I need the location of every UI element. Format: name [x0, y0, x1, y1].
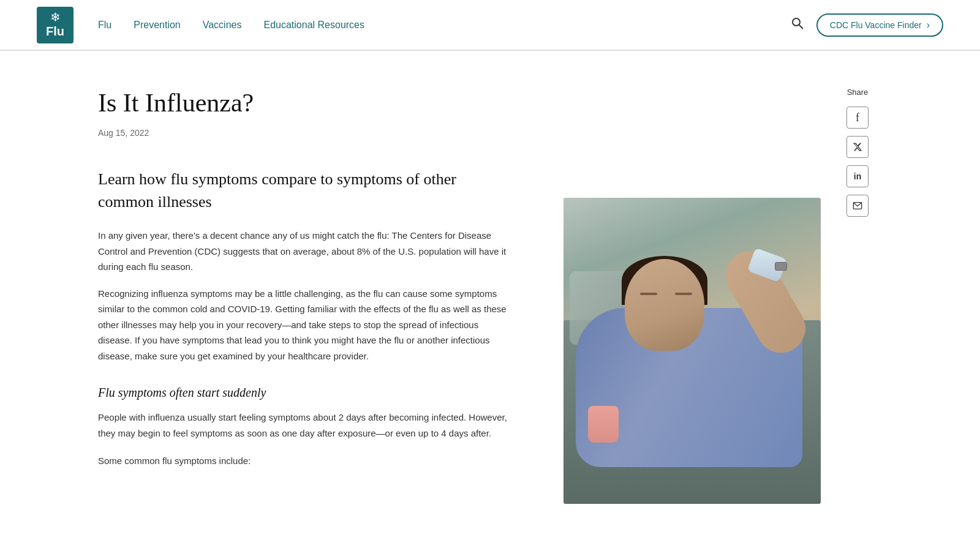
svg-point-0 [793, 18, 800, 26]
image-person-head [625, 259, 704, 351]
nav-item-prevention[interactable]: Prevention [134, 20, 181, 31]
cdc-button-arrow-icon: › [927, 20, 930, 31]
site-logo[interactable]: ❄ Flu [37, 7, 74, 43]
article-title: Is It Influenza? [98, 88, 527, 118]
image-person-illustration [564, 198, 821, 504]
svg-line-1 [799, 25, 803, 29]
image-eye-left [640, 293, 657, 295]
site-header: ❄ Flu Flu Prevention Vaccines Educationa… [0, 0, 980, 50]
article-paragraph-2: Recognizing influenza symptoms may be a … [98, 286, 514, 364]
nav-item-educational-resources[interactable]: Educational Resources [263, 20, 364, 31]
email-share-icon[interactable] [846, 195, 869, 217]
linkedin-icon-symbol: in [854, 171, 861, 181]
article-top-row: Learn how flu symptoms compare to sympto… [98, 168, 527, 466]
logo-snowflake-icon: ❄ [50, 11, 61, 23]
main-nav: Flu Prevention Vaccines Educational Reso… [98, 20, 364, 31]
article-subtitle: Learn how flu symptoms compare to sympto… [98, 168, 514, 213]
article-list-intro: Some common flu symptoms include: [98, 455, 527, 466]
image-watch [775, 262, 787, 271]
article-content: Is It Influenza? Aug 15, 2022 Learn how … [98, 88, 527, 504]
article-body-content: Learn how flu symptoms compare to sympto… [98, 168, 527, 466]
article-image [564, 198, 821, 504]
search-icon[interactable] [791, 17, 804, 33]
facebook-icon-symbol: f [856, 111, 859, 124]
article-paragraph-1: In any given year, there's a decent chan… [98, 228, 514, 275]
main-content: Is It Influenza? Aug 15, 2022 Learn how … [0, 51, 980, 541]
image-mug [588, 406, 619, 443]
email-icon-svg [853, 201, 862, 211]
image-eye-right [675, 293, 692, 295]
article-section-title: Flu symptoms often start suddenly [98, 386, 527, 400]
logo-label: Flu [46, 24, 64, 39]
linkedin-share-icon[interactable]: in [846, 165, 869, 187]
article-paragraph-3: People with influenza usually start feel… [98, 410, 514, 441]
facebook-share-icon[interactable]: f [846, 107, 869, 129]
header-actions: CDC Flu Vaccine Finder › [791, 13, 943, 37]
cdc-vaccine-finder-button[interactable]: CDC Flu Vaccine Finder › [816, 13, 943, 37]
twitter-share-icon[interactable] [846, 136, 869, 158]
article-date: Aug 15, 2022 [98, 128, 527, 138]
twitter-icon-svg [853, 142, 862, 152]
cdc-button-label: CDC Flu Vaccine Finder [830, 20, 922, 30]
article-image-area [564, 198, 821, 504]
nav-item-vaccines[interactable]: Vaccines [203, 20, 242, 31]
share-sidebar: Share f in [833, 88, 882, 504]
nav-item-flu[interactable]: Flu [98, 20, 111, 31]
share-label: Share [847, 88, 869, 97]
